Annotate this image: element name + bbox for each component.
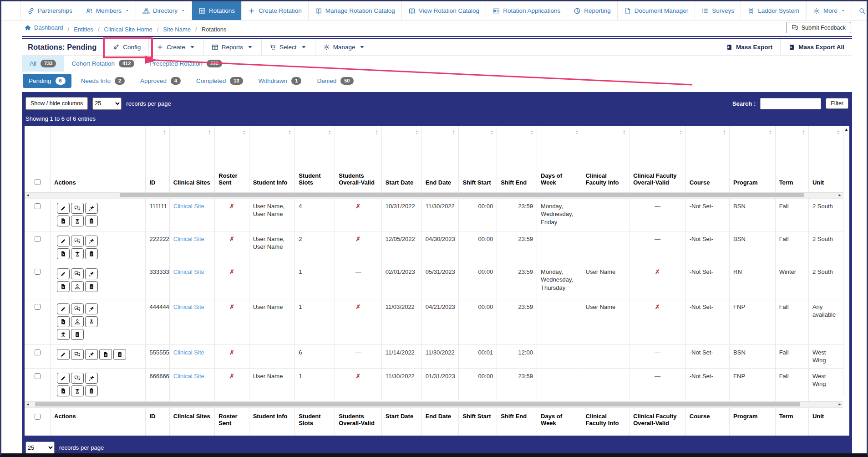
action-button-person[interactable] <box>71 281 84 292</box>
tab-cohort-rotation[interactable]: Cohort Rotation412 <box>64 56 142 72</box>
action-button-pencil[interactable] <box>57 268 70 279</box>
tab-precepted-rotation[interactable]: Precepted Rotation296 <box>142 56 230 72</box>
status-tab-approved[interactable]: Approved4 <box>134 74 187 88</box>
nav-item-view-rotation-catalog[interactable]: View Rotation Catalog <box>401 1 486 20</box>
toolbar-button-mass-export[interactable]: Mass Export <box>718 39 780 55</box>
toolbar-button-config[interactable]: Config <box>105 39 148 55</box>
status-tab-completed[interactable]: Completed13 <box>190 74 249 88</box>
nav-item-ladder-system[interactable]: Ladder System <box>741 1 806 20</box>
action-button-student[interactable] <box>57 329 70 340</box>
breadcrumb-item-clinical-site-home[interactable]: Clinical Site Home <box>104 26 152 33</box>
scrollbar-track[interactable] <box>31 193 837 197</box>
horizontal-scrollbar[interactable]: ◄► <box>25 401 843 407</box>
toolbar-button-create[interactable]: Create <box>148 39 203 55</box>
row-checkbox[interactable] <box>35 304 41 310</box>
scroll-right-arrow[interactable]: ► <box>837 192 843 198</box>
nav-item-surveys[interactable]: Surveys <box>695 1 741 20</box>
scroll-right-arrow[interactable]: ► <box>837 401 843 407</box>
scrollbar-thumb[interactable] <box>35 402 801 406</box>
action-button-comments[interactable] <box>71 236 84 246</box>
action-button-female[interactable] <box>85 316 98 327</box>
nav-item-more[interactable]: More <box>806 1 852 20</box>
action-button-pencil[interactable] <box>57 203 70 214</box>
status-tab-needs-info[interactable]: Needs Info2 <box>75 74 131 88</box>
nav-item-members[interactable]: Members <box>79 1 136 20</box>
action-button-comments[interactable] <box>71 373 84 384</box>
toolbar-button-select[interactable]: Select <box>261 39 315 55</box>
footer-page-size-select[interactable]: 25 <box>25 442 55 454</box>
action-button-pencil[interactable] <box>57 373 70 384</box>
action-button-filex[interactable] <box>57 281 70 292</box>
status-tab-pending[interactable]: Pending6 <box>23 74 71 88</box>
action-button-pin[interactable] <box>85 236 98 246</box>
action-button-person[interactable] <box>71 316 84 327</box>
action-button-comments[interactable] <box>71 349 84 360</box>
breadcrumb-item-entities[interactable]: Entities <box>74 26 93 33</box>
clinical-site-link[interactable]: Clinical Site <box>173 203 204 210</box>
nav-item-document-manager[interactable]: Document Manager <box>617 1 695 20</box>
action-button-pin[interactable] <box>85 203 98 214</box>
status-tab-denied[interactable]: Denied50 <box>311 74 359 88</box>
page-size-select[interactable]: 25 <box>92 98 122 110</box>
action-button-pencil[interactable] <box>57 349 70 360</box>
action-button-comments[interactable] <box>71 303 84 314</box>
row-checkbox[interactable] <box>35 349 41 355</box>
action-button-filex[interactable] <box>57 216 70 226</box>
action-button-clipboard[interactable] <box>113 349 126 360</box>
clinical-site-link[interactable]: Clinical Site <box>173 373 204 380</box>
toolbar-button-mass-export-all[interactable]: Mass Export All <box>780 39 852 55</box>
action-button-filex[interactable] <box>57 316 70 327</box>
action-button-filex[interactable] <box>99 349 112 360</box>
action-button-clipboard[interactable] <box>71 329 84 340</box>
nav-item-create-rotation[interactable]: Create Rotation <box>241 1 308 20</box>
row-checkbox[interactable] <box>35 373 41 379</box>
toolbar-button-reports[interactable]: Reports <box>203 39 261 55</box>
action-button-pin[interactable] <box>85 349 98 360</box>
action-button-clipboard[interactable] <box>85 216 98 226</box>
submit-feedback-button[interactable]: Submit Feedback <box>786 22 851 33</box>
action-button-filex[interactable] <box>57 385 70 396</box>
nav-item-rotations[interactable]: Rotations <box>192 1 241 20</box>
action-button-clipboard[interactable] <box>85 248 98 259</box>
nav-item-manage-rotation-catalog[interactable]: Manage Rotation Catalog <box>308 1 401 20</box>
action-button-clipboard[interactable] <box>85 281 98 292</box>
scroll-left-arrow[interactable]: ◄ <box>25 192 31 198</box>
scrollbar-thumb[interactable] <box>120 193 805 197</box>
action-button-pin[interactable] <box>85 268 98 279</box>
horizontal-scrollbar[interactable]: ◄► <box>25 192 843 198</box>
nav-item-directory[interactable]: Directory <box>136 1 192 20</box>
action-button-student[interactable] <box>71 385 84 396</box>
action-button-comments[interactable] <box>71 268 84 279</box>
action-button-pencil[interactable] <box>57 236 70 246</box>
action-button-clipboard[interactable] <box>85 385 98 396</box>
breadcrumb-item-site-name[interactable]: Site Name <box>163 26 191 33</box>
action-button-student[interactable] <box>71 216 84 226</box>
nav-item-reporting[interactable]: Reporting <box>567 1 617 20</box>
search-input[interactable] <box>760 98 821 109</box>
clinical-site-link[interactable]: Clinical Site <box>173 268 204 275</box>
nav-item-rotation-applications[interactable]: Rotation Applications <box>486 1 567 20</box>
scroll-left-arrow[interactable]: ◄ <box>25 401 31 407</box>
row-checkbox[interactable] <box>35 203 41 209</box>
breadcrumb-item-dashboard[interactable]: Dashboard <box>24 24 63 31</box>
action-button-comments[interactable] <box>71 203 84 214</box>
row-checkbox[interactable] <box>35 269 41 275</box>
action-button-pin[interactable] <box>85 373 98 384</box>
scrollbar-track[interactable] <box>31 402 837 406</box>
nav-item-partnerships[interactable]: Partnerships <box>20 1 79 20</box>
row-checkbox[interactable] <box>35 236 41 242</box>
select-all-checkbox[interactable] <box>35 179 41 185</box>
nav-item-search[interactable]: Search <box>852 1 868 20</box>
tab-all[interactable]: All733 <box>22 56 64 72</box>
footer-select-all-checkbox[interactable] <box>35 414 41 420</box>
action-button-filex[interactable] <box>57 248 70 259</box>
clinical-site-link[interactable]: Clinical Site <box>173 303 204 310</box>
toolbar-button-manage[interactable]: Manage <box>315 39 374 55</box>
action-button-student[interactable] <box>71 248 84 259</box>
show-hide-columns-button[interactable]: Show / hide columns <box>25 97 88 110</box>
clinical-site-link[interactable]: Clinical Site <box>173 349 204 356</box>
action-button-pin[interactable] <box>85 303 98 314</box>
status-tab-withdrawn[interactable]: Withdrawn1 <box>253 74 308 88</box>
clinical-site-link[interactable]: Clinical Site <box>173 236 204 242</box>
filter-button[interactable]: Filter <box>826 98 848 109</box>
